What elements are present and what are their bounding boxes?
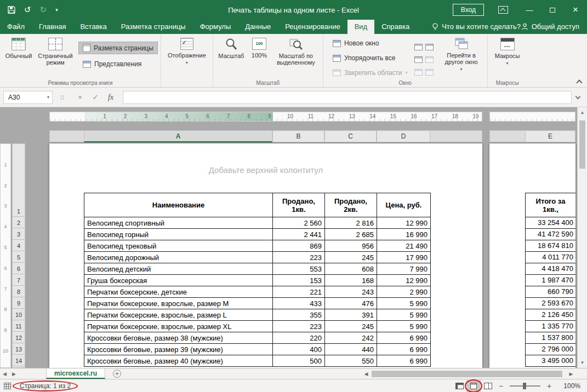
cell[interactable]: 41 472 590 bbox=[526, 229, 575, 240]
cell[interactable]: 553 bbox=[273, 263, 325, 275]
column-header-D[interactable]: D bbox=[377, 130, 430, 142]
cell[interactable]: 18 674 810 bbox=[526, 240, 575, 252]
freeze-panes-button[interactable]: Закрепить области ▾ bbox=[328, 67, 412, 79]
cell[interactable]: 500 bbox=[273, 355, 325, 367]
zoom-100-button[interactable]: 100 100% bbox=[247, 36, 272, 60]
cell[interactable]: 2 685 bbox=[325, 229, 377, 240]
cell[interactable]: 223 bbox=[273, 252, 325, 263]
next-sheet-icon[interactable]: ▶ bbox=[9, 371, 19, 377]
table-header-cell[interactable]: Наименование bbox=[84, 193, 273, 217]
page-layout-view-button[interactable]: Разметка страницы bbox=[78, 42, 158, 54]
cell[interactable]: 5 990 bbox=[377, 321, 431, 332]
table-header-cell[interactable]: Продано, 2кв. bbox=[325, 193, 377, 217]
zoom-level[interactable]: 100% bbox=[557, 382, 580, 390]
vertical-ruler[interactable]: 12345678910 bbox=[0, 143, 11, 368]
cell[interactable]: 5 990 bbox=[377, 309, 431, 321]
row-header-7[interactable]: 7 bbox=[12, 274, 25, 286]
cell[interactable]: 3 495 000 bbox=[526, 355, 575, 367]
column-header-A[interactable]: A bbox=[84, 130, 272, 142]
cell[interactable]: 17 990 bbox=[377, 252, 431, 263]
cell[interactable]: 7 990 bbox=[377, 263, 431, 275]
cell[interactable]: 168 bbox=[325, 275, 377, 286]
cell[interactable]: 2 816 bbox=[325, 217, 377, 229]
cell[interactable]: 6 990 bbox=[377, 332, 431, 344]
ribbon-tab-review[interactable]: Рецензирование bbox=[278, 20, 347, 34]
row-header-6[interactable]: 6 bbox=[12, 263, 25, 274]
row-header-5[interactable]: 5 bbox=[12, 251, 25, 263]
switch-windows-button[interactable]: Перейти в другое окно ▾ bbox=[438, 36, 485, 73]
cell[interactable]: 433 bbox=[273, 298, 325, 309]
cell[interactable]: 245 bbox=[325, 321, 377, 332]
row-header-4[interactable]: 4 bbox=[12, 240, 25, 251]
customize-qat-icon[interactable]: ▾ bbox=[55, 7, 58, 13]
cell[interactable]: 5 990 bbox=[377, 298, 431, 309]
cell[interactable]: 2 441 bbox=[273, 229, 325, 240]
save-icon[interactable] bbox=[8, 6, 15, 14]
ribbon-tab-formulas[interactable]: Формулы bbox=[193, 20, 238, 34]
hide-window-button[interactable] bbox=[414, 56, 423, 63]
cell[interactable]: 12 990 bbox=[377, 217, 431, 229]
collapse-ribbon-icon[interactable] bbox=[576, 79, 582, 85]
column-header-E[interactable]: E bbox=[525, 130, 575, 142]
reset-window-position-button[interactable] bbox=[425, 69, 434, 76]
ribbon-tab-file[interactable]: Файл bbox=[0, 20, 32, 34]
cell[interactable]: 243 bbox=[325, 286, 377, 298]
row-header-2[interactable]: 2 bbox=[12, 217, 25, 228]
cell[interactable]: 355 bbox=[273, 309, 325, 321]
name-box-dropdown-icon[interactable]: ▾ bbox=[47, 95, 49, 100]
cell[interactable]: Перчатки боксерские, взрослые, размер XL bbox=[84, 321, 273, 332]
scroll-left-icon[interactable]: ◀ bbox=[362, 368, 371, 379]
formula-input[interactable] bbox=[123, 91, 572, 104]
maximize-button[interactable] bbox=[541, 0, 564, 20]
share-button[interactable]: Общий доступ bbox=[521, 22, 579, 34]
sheet-tab-active[interactable]: microexcel.ru bbox=[46, 368, 105, 379]
column-header-C[interactable]: C bbox=[324, 130, 377, 142]
table-header-cell[interactable]: Продано, 1кв. bbox=[273, 193, 325, 217]
cell[interactable]: 660 790 bbox=[526, 286, 575, 298]
zoom-out-button[interactable]: − bbox=[495, 382, 507, 390]
close-button[interactable]: × bbox=[564, 0, 587, 20]
scroll-down-icon[interactable]: ▼ bbox=[578, 360, 587, 365]
cell[interactable]: Перчатки боксерские, взрослые, размер M bbox=[84, 298, 273, 309]
synchronous-scrolling-button[interactable] bbox=[425, 56, 434, 63]
split-button[interactable] bbox=[414, 44, 423, 50]
page-break-preview-button[interactable]: Страничный режим bbox=[35, 36, 76, 67]
cell[interactable]: 221 bbox=[273, 286, 325, 298]
cell[interactable]: Велосипед дорожный bbox=[84, 252, 273, 263]
name-box[interactable]: A30 ▾ bbox=[3, 91, 53, 104]
undo-icon[interactable]: ↺ bbox=[24, 5, 31, 15]
horizontal-ruler-page2[interactable] bbox=[489, 112, 575, 122]
cell[interactable]: 4 418 470 bbox=[526, 263, 575, 275]
redo-icon[interactable]: ↻ bbox=[40, 5, 47, 15]
custom-views-button[interactable]: Представления bbox=[78, 58, 158, 70]
cell[interactable]: 440 bbox=[325, 344, 377, 355]
row-header-3[interactable]: 3 bbox=[12, 228, 25, 240]
cell[interactable]: 2 560 bbox=[273, 217, 325, 229]
cell[interactable]: 245 bbox=[325, 252, 377, 263]
cell[interactable]: 153 bbox=[273, 275, 325, 286]
formula-bar-splitter[interactable]: ⁞⁞ bbox=[60, 94, 65, 101]
unhide-window-button[interactable] bbox=[414, 69, 423, 76]
horizontal-ruler[interactable]: 12345678910111213141516171819 bbox=[49, 112, 482, 122]
cell[interactable]: 400 bbox=[273, 344, 325, 355]
cell[interactable]: 391 bbox=[325, 309, 377, 321]
cell[interactable]: 21 490 bbox=[377, 240, 431, 252]
arrange-all-button[interactable]: Упорядочить все bbox=[328, 52, 412, 64]
zoom-in-button[interactable]: + bbox=[543, 382, 555, 390]
page-header-placeholder[interactable]: Добавьте верхний колонтитул bbox=[49, 165, 482, 175]
horizontal-scrollbar[interactable]: ◀ ▶ bbox=[362, 368, 575, 379]
row-header-10[interactable]: 10 bbox=[12, 309, 25, 320]
cell[interactable]: 2 126 450 bbox=[526, 309, 575, 321]
enter-icon[interactable]: ✓ bbox=[88, 93, 103, 101]
cell[interactable]: 242 bbox=[325, 332, 377, 344]
cell[interactable]: Перчатки боксерские, взрослые, размер L bbox=[84, 309, 273, 321]
column-header-B[interactable]: B bbox=[272, 130, 324, 142]
cell[interactable]: 33 254 400 bbox=[526, 217, 575, 229]
ribbon-tab-insert[interactable]: Вставка bbox=[73, 20, 113, 34]
cell[interactable]: 6 990 bbox=[377, 355, 431, 367]
zoom-slider[interactable] bbox=[510, 385, 540, 387]
cell[interactable]: 12 990 bbox=[377, 275, 431, 286]
zoom-slider-thumb[interactable] bbox=[523, 383, 526, 389]
zoom-button[interactable]: Масштаб bbox=[216, 36, 247, 61]
ribbon-tab-home[interactable]: Главная bbox=[32, 20, 73, 34]
